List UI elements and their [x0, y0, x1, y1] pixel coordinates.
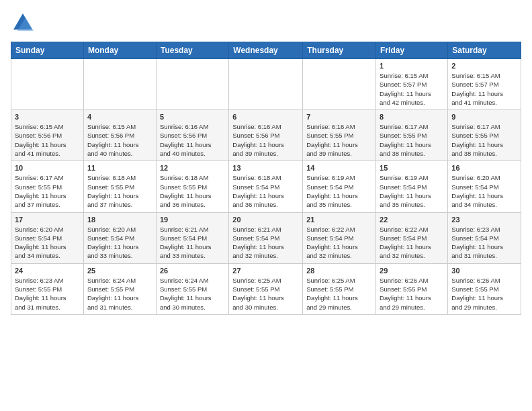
day-info: Sunrise: 6:24 AM Sunset: 5:55 PM Dayligh…: [160, 276, 225, 312]
day-number: 3: [15, 113, 80, 121]
calendar-cell: 18Sunrise: 6:20 AM Sunset: 5:54 PM Dayli…: [83, 212, 156, 263]
calendar-cell: [303, 59, 376, 110]
calendar-cell: 20Sunrise: 6:21 AM Sunset: 5:54 PM Dayli…: [229, 212, 303, 263]
day-number: 27: [232, 267, 299, 275]
col-header-saturday: Saturday: [448, 42, 521, 59]
logo: [11, 11, 39, 35]
day-info: Sunrise: 6:19 AM Sunset: 5:54 PM Dayligh…: [380, 173, 444, 209]
calendar-cell: 29Sunrise: 6:26 AM Sunset: 5:55 PM Dayli…: [376, 263, 448, 314]
day-info: Sunrise: 6:17 AM Sunset: 5:55 PM Dayligh…: [451, 122, 517, 158]
day-info: Sunrise: 6:15 AM Sunset: 5:57 PM Dayligh…: [380, 71, 444, 107]
day-info: Sunrise: 6:25 AM Sunset: 5:55 PM Dayligh…: [306, 276, 372, 312]
day-number: 12: [160, 164, 225, 172]
calendar-week-1: 1Sunrise: 6:15 AM Sunset: 5:57 PM Daylig…: [11, 59, 521, 110]
calendar-cell: 25Sunrise: 6:24 AM Sunset: 5:55 PM Dayli…: [83, 263, 156, 314]
day-info: Sunrise: 6:20 AM Sunset: 5:54 PM Dayligh…: [15, 225, 80, 261]
day-number: 30: [451, 267, 517, 275]
day-number: 24: [15, 267, 80, 275]
day-info: Sunrise: 6:26 AM Sunset: 5:55 PM Dayligh…: [380, 276, 444, 312]
page-header: [11, 11, 521, 35]
day-number: 20: [232, 216, 299, 224]
col-header-friday: Friday: [376, 42, 448, 59]
day-info: Sunrise: 6:16 AM Sunset: 5:55 PM Dayligh…: [306, 122, 372, 158]
calendar-cell: 4Sunrise: 6:15 AM Sunset: 5:56 PM Daylig…: [83, 110, 156, 161]
calendar-week-3: 10Sunrise: 6:17 AM Sunset: 5:55 PM Dayli…: [11, 161, 521, 212]
logo-icon: [11, 11, 35, 35]
col-header-monday: Monday: [83, 42, 156, 59]
day-info: Sunrise: 6:22 AM Sunset: 5:54 PM Dayligh…: [380, 225, 444, 261]
day-info: Sunrise: 6:22 AM Sunset: 5:54 PM Dayligh…: [306, 225, 372, 261]
calendar-week-2: 3Sunrise: 6:15 AM Sunset: 5:56 PM Daylig…: [11, 110, 521, 161]
calendar-cell: 21Sunrise: 6:22 AM Sunset: 5:54 PM Dayli…: [303, 212, 376, 263]
calendar-cell: [156, 59, 228, 110]
day-number: 5: [160, 113, 225, 121]
day-number: 13: [232, 164, 299, 172]
calendar-cell: 28Sunrise: 6:25 AM Sunset: 5:55 PM Dayli…: [303, 263, 376, 314]
day-info: Sunrise: 6:15 AM Sunset: 5:56 PM Dayligh…: [15, 122, 80, 158]
day-number: 15: [380, 164, 444, 172]
day-number: 14: [306, 164, 372, 172]
calendar-cell: 16Sunrise: 6:20 AM Sunset: 5:54 PM Dayli…: [448, 161, 521, 212]
calendar-cell: 5Sunrise: 6:16 AM Sunset: 5:56 PM Daylig…: [156, 110, 228, 161]
calendar-cell: 22Sunrise: 6:22 AM Sunset: 5:54 PM Dayli…: [376, 212, 448, 263]
day-number: 2: [451, 62, 517, 70]
day-info: Sunrise: 6:21 AM Sunset: 5:54 PM Dayligh…: [232, 225, 299, 261]
day-number: 29: [380, 267, 444, 275]
day-info: Sunrise: 6:25 AM Sunset: 5:55 PM Dayligh…: [232, 276, 299, 312]
calendar-table: SundayMondayTuesdayWednesdayThursdayFrid…: [11, 42, 521, 315]
calendar-cell: 27Sunrise: 6:25 AM Sunset: 5:55 PM Dayli…: [229, 263, 303, 314]
day-number: 7: [306, 113, 372, 121]
calendar-week-4: 17Sunrise: 6:20 AM Sunset: 5:54 PM Dayli…: [11, 212, 521, 263]
day-info: Sunrise: 6:16 AM Sunset: 5:56 PM Dayligh…: [160, 122, 225, 158]
calendar-cell: 6Sunrise: 6:16 AM Sunset: 5:56 PM Daylig…: [229, 110, 303, 161]
day-info: Sunrise: 6:17 AM Sunset: 5:55 PM Dayligh…: [380, 122, 444, 158]
day-number: 26: [160, 267, 225, 275]
day-info: Sunrise: 6:15 AM Sunset: 5:56 PM Dayligh…: [87, 122, 152, 158]
day-info: Sunrise: 6:15 AM Sunset: 5:57 PM Dayligh…: [451, 71, 517, 107]
calendar-cell: [11, 59, 84, 110]
day-number: 18: [87, 216, 152, 224]
day-number: 11: [87, 164, 152, 172]
day-number: 8: [380, 113, 444, 121]
day-info: Sunrise: 6:19 AM Sunset: 5:54 PM Dayligh…: [306, 173, 372, 209]
day-info: Sunrise: 6:20 AM Sunset: 5:54 PM Dayligh…: [87, 225, 152, 261]
calendar-header-row: SundayMondayTuesdayWednesdayThursdayFrid…: [11, 42, 521, 59]
calendar-cell: 30Sunrise: 6:26 AM Sunset: 5:55 PM Dayli…: [448, 263, 521, 314]
day-info: Sunrise: 6:18 AM Sunset: 5:54 PM Dayligh…: [232, 173, 299, 209]
calendar-cell: 14Sunrise: 6:19 AM Sunset: 5:54 PM Dayli…: [303, 161, 376, 212]
day-info: Sunrise: 6:23 AM Sunset: 5:54 PM Dayligh…: [451, 225, 517, 261]
calendar-cell: 10Sunrise: 6:17 AM Sunset: 5:55 PM Dayli…: [11, 161, 84, 212]
day-info: Sunrise: 6:18 AM Sunset: 5:55 PM Dayligh…: [160, 173, 225, 209]
col-header-thursday: Thursday: [303, 42, 376, 59]
day-number: 28: [306, 267, 372, 275]
col-header-tuesday: Tuesday: [156, 42, 228, 59]
calendar-cell: 11Sunrise: 6:18 AM Sunset: 5:55 PM Dayli…: [83, 161, 156, 212]
col-header-wednesday: Wednesday: [229, 42, 303, 59]
calendar-cell: 26Sunrise: 6:24 AM Sunset: 5:55 PM Dayli…: [156, 263, 228, 314]
day-info: Sunrise: 6:18 AM Sunset: 5:55 PM Dayligh…: [87, 173, 152, 209]
calendar-cell: 19Sunrise: 6:21 AM Sunset: 5:54 PM Dayli…: [156, 212, 228, 263]
calendar-week-5: 24Sunrise: 6:23 AM Sunset: 5:55 PM Dayli…: [11, 263, 521, 314]
calendar-cell: 3Sunrise: 6:15 AM Sunset: 5:56 PM Daylig…: [11, 110, 84, 161]
day-number: 25: [87, 267, 152, 275]
calendar-cell: 7Sunrise: 6:16 AM Sunset: 5:55 PM Daylig…: [303, 110, 376, 161]
col-header-sunday: Sunday: [11, 42, 84, 59]
day-number: 9: [451, 113, 517, 121]
day-number: 21: [306, 216, 372, 224]
day-number: 17: [15, 216, 80, 224]
day-info: Sunrise: 6:20 AM Sunset: 5:54 PM Dayligh…: [451, 173, 517, 209]
calendar-cell: 24Sunrise: 6:23 AM Sunset: 5:55 PM Dayli…: [11, 263, 84, 314]
calendar-cell: 1Sunrise: 6:15 AM Sunset: 5:57 PM Daylig…: [376, 59, 448, 110]
day-number: 6: [232, 113, 299, 121]
day-number: 1: [380, 62, 444, 70]
calendar-cell: 8Sunrise: 6:17 AM Sunset: 5:55 PM Daylig…: [376, 110, 448, 161]
calendar-cell: 2Sunrise: 6:15 AM Sunset: 5:57 PM Daylig…: [448, 59, 521, 110]
day-number: 23: [451, 216, 517, 224]
calendar-cell: 15Sunrise: 6:19 AM Sunset: 5:54 PM Dayli…: [376, 161, 448, 212]
day-info: Sunrise: 6:23 AM Sunset: 5:55 PM Dayligh…: [15, 276, 80, 312]
day-number: 16: [451, 164, 517, 172]
calendar-cell: 17Sunrise: 6:20 AM Sunset: 5:54 PM Dayli…: [11, 212, 84, 263]
day-info: Sunrise: 6:16 AM Sunset: 5:56 PM Dayligh…: [232, 122, 299, 158]
calendar-cell: [229, 59, 303, 110]
day-number: 19: [160, 216, 225, 224]
